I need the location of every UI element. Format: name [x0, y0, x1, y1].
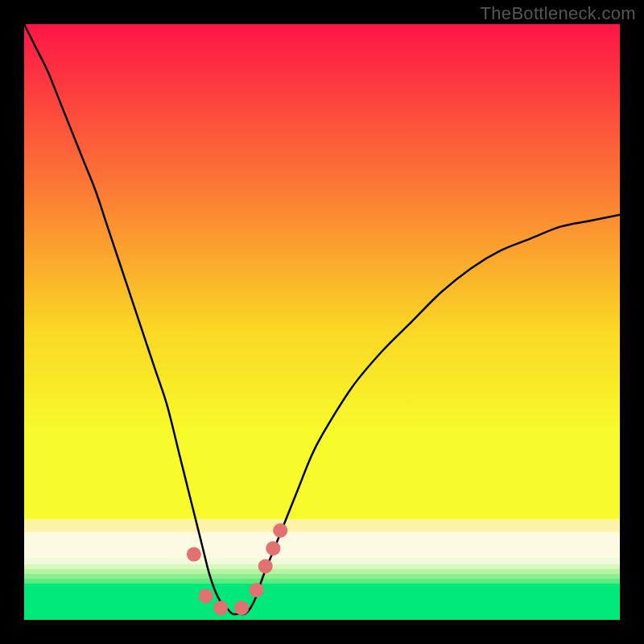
gradient-background [24, 24, 620, 519]
svg-rect-2 [24, 558, 620, 564]
curve-marker-dot [258, 559, 273, 573]
svg-rect-7 [24, 584, 620, 620]
svg-rect-5 [24, 574, 620, 579]
curve-marker-dot [213, 601, 228, 615]
watermark-label: TheBottleneck.com [481, 3, 636, 24]
chart-container: TheBottleneck.com [0, 0, 644, 644]
bottom-bands [24, 519, 620, 620]
curve-marker-dot [199, 588, 213, 603]
curve-marker-dot [273, 523, 287, 538]
curve-marker-dot [187, 547, 201, 562]
svg-rect-0 [24, 519, 620, 532]
curve-marker-dot [266, 541, 280, 555]
svg-rect-6 [24, 579, 620, 584]
curve-marker-dot [250, 583, 264, 597]
svg-rect-4 [24, 569, 620, 574]
plot-area [24, 24, 620, 620]
chart-svg [24, 24, 620, 620]
svg-rect-3 [24, 564, 620, 569]
svg-rect-1 [24, 532, 620, 558]
curve-marker-dot [234, 601, 249, 615]
